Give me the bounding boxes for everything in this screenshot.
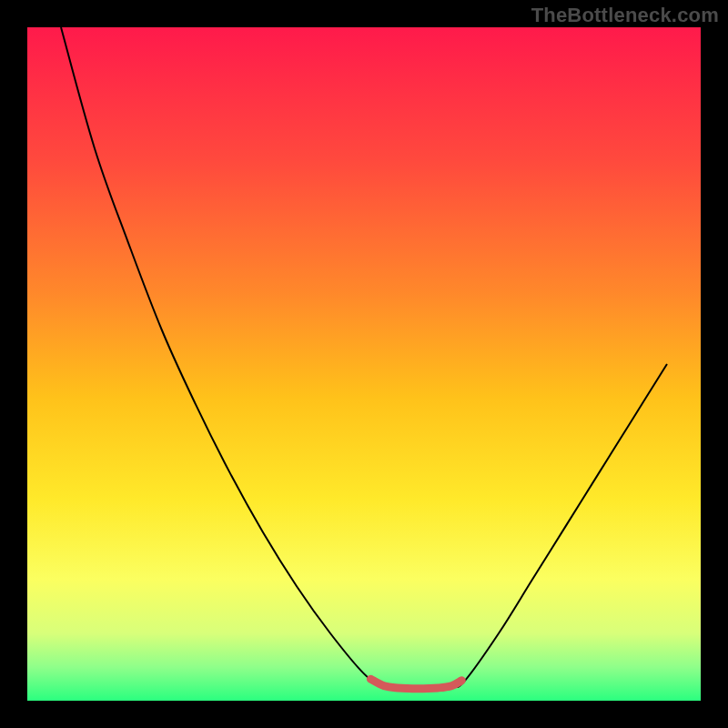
plot-background bbox=[27, 27, 701, 701]
bottleneck-chart bbox=[0, 0, 728, 728]
watermark-text: TheBottleneck.com bbox=[531, 4, 719, 27]
chart-frame: TheBottleneck.com bbox=[0, 0, 728, 728]
